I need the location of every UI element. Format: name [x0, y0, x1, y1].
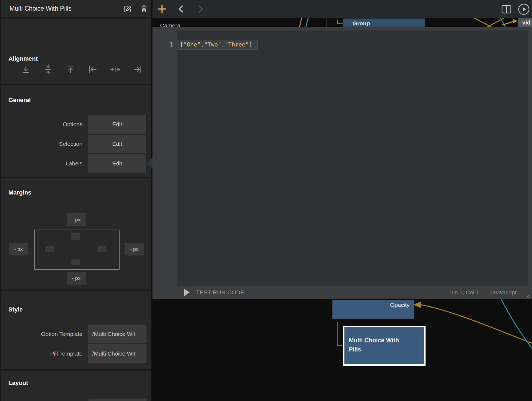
margin-left-handle[interactable]: [45, 246, 54, 252]
alignment-section: Alignment: [1, 18, 151, 84]
align-top-button[interactable]: [66, 64, 75, 74]
align-horizontal-center-button[interactable]: [110, 64, 120, 74]
pill-template-label: Pill Template: [1, 344, 82, 363]
align-vertical-center-button[interactable]: [43, 64, 53, 74]
edit-icon: [123, 4, 132, 13]
options-edit-button[interactable]: Edit: [88, 115, 146, 134]
chevron-left-icon: [178, 5, 185, 13]
margins-section: Margins - px - px - px - px: [1, 178, 151, 289]
pill-template-value[interactable]: /Multi Choice Wit: [88, 344, 146, 363]
selection-label: Selection: [1, 135, 82, 153]
margin-left-input[interactable]: - px: [9, 243, 28, 255]
node-graph-top-strip[interactable]: Camera Group vid: [152, 18, 532, 27]
code-comma-2: ,: [221, 41, 225, 48]
code-editor-popup: 1 ["One","Two","Three"] TEST RUN CODE Ln…: [152, 27, 532, 299]
general-section: General Options Edit Selection Edit Labe…: [1, 85, 151, 177]
margins-section-title: Margins: [8, 189, 31, 196]
panel-header: Multi Choice With Pills: [1, 0, 151, 17]
rename-button[interactable]: [123, 4, 132, 13]
labels-label: Labels: [1, 154, 82, 173]
language-label[interactable]: JavaScript: [490, 286, 516, 299]
line-number: 1: [152, 40, 173, 50]
multi-choice-node-label-line1: Multi Choice With: [349, 336, 399, 345]
style-section-title: Style: [8, 306, 23, 313]
graph-wires-bottom: [152, 299, 532, 401]
margin-top-handle[interactable]: [71, 233, 80, 240]
margin-right-input[interactable]: - px: [125, 243, 144, 255]
node-graph-canvas[interactable]: Opacity Multi Choice With Pills: [152, 299, 532, 401]
margin-right-handle[interactable]: [97, 246, 106, 252]
multi-choice-node-label: Multi Choice With Pills: [349, 336, 399, 354]
align-bottom-button[interactable]: [21, 64, 31, 74]
align-right-button[interactable]: [133, 64, 142, 74]
align-vertical-center-icon: [43, 64, 53, 74]
camera-node[interactable]: Camera: [160, 22, 181, 27]
option-template-value[interactable]: /Multi Choice Wit: [88, 325, 146, 343]
option-template-label: Option Template: [1, 325, 82, 343]
labels-edit-button[interactable]: Edit: [88, 154, 146, 173]
video-node-label: vid: [522, 19, 530, 26]
selected-node-title: Multi Choice With Pills: [10, 0, 72, 17]
code-bracket-close: ]: [249, 41, 252, 48]
test-run-code-button[interactable]: TEST RUN CODE: [196, 286, 244, 299]
graph-wires-top: [152, 18, 532, 27]
options-label: Options: [1, 115, 82, 134]
code-string-three: "Three": [225, 41, 249, 48]
run-icon: [184, 289, 190, 296]
code-comma: ,: [201, 41, 204, 48]
app-window: Multi Choice With Pills: [0, 0, 532, 401]
code-string-one: "One": [184, 41, 201, 48]
selection-edit-button[interactable]: Edit: [88, 135, 146, 153]
margin-bottom-input[interactable]: - px: [67, 272, 86, 285]
layout-partial-control[interactable]: [88, 399, 146, 401]
code-bracket-open: [: [180, 41, 184, 48]
code-editor-area[interactable]: [177, 30, 528, 286]
graph-toolbar: [152, 0, 532, 18]
align-top-icon: [66, 64, 75, 74]
editor-footer: TEST RUN CODE Ln 1, Col 1 JavaScript: [152, 286, 532, 299]
align-bottom-icon: [21, 64, 31, 74]
layout-section: Layout: [1, 371, 151, 401]
cursor-position: Ln 1, Col 1: [451, 286, 479, 299]
delete-button[interactable]: [140, 4, 149, 13]
chevron-right-icon: [197, 5, 204, 13]
layout-section-title: Layout: [8, 380, 28, 387]
align-horizontal-center-icon: [110, 64, 120, 74]
align-left-icon: [88, 64, 98, 74]
margin-bottom-handle[interactable]: [71, 259, 80, 265]
properties-panel: Multi Choice With Pills: [0, 0, 151, 401]
group-node[interactable]: Group: [343, 18, 425, 27]
code-line-1[interactable]: ["One","Two","Three"]: [177, 40, 258, 50]
run-preview-button[interactable]: [518, 3, 530, 15]
style-section: Style Option Template /Multi Choice Wit …: [1, 291, 151, 369]
alignment-section-title: Alignment: [8, 55, 38, 62]
back-button[interactable]: [178, 5, 185, 13]
trash-icon: [140, 4, 149, 13]
multi-choice-node-label-line2: Pills: [349, 345, 399, 354]
group-node-label: Group: [353, 20, 370, 27]
popup-pointer: [148, 157, 152, 169]
code-string-two: "Two": [204, 41, 221, 48]
plus-icon: [158, 5, 166, 13]
split-view-icon: [501, 4, 512, 15]
general-section-title: General: [8, 97, 31, 104]
video-node[interactable]: vid: [518, 18, 532, 27]
margins-preview-box: [34, 230, 120, 270]
align-left-button[interactable]: [88, 64, 98, 74]
resize-grip[interactable]: [525, 293, 530, 298]
forward-button[interactable]: [197, 5, 204, 13]
multi-choice-with-pills-node[interactable]: Multi Choice With Pills: [343, 326, 426, 366]
margin-top-input[interactable]: - px: [67, 213, 86, 226]
add-node-button[interactable]: [158, 5, 166, 13]
split-view-button[interactable]: [501, 4, 512, 15]
align-right-icon: [133, 64, 142, 74]
play-circle-icon: [518, 3, 530, 15]
